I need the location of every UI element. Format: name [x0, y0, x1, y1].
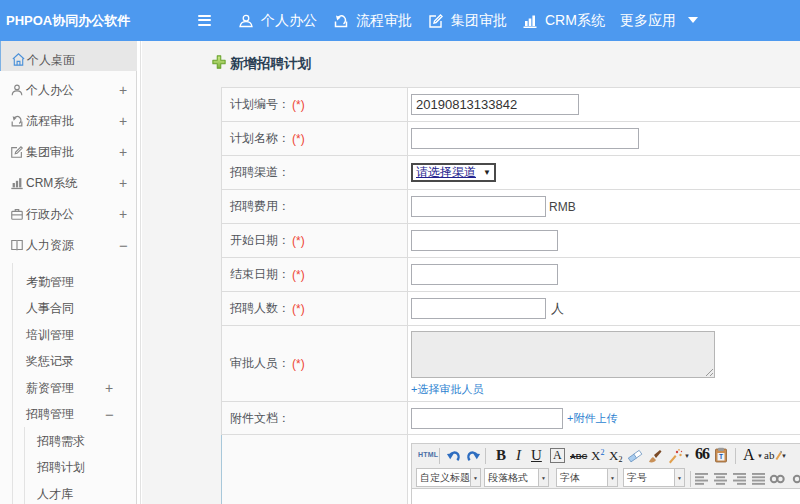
svg-text:ab: ab — [764, 449, 775, 461]
svg-text:T: T — [719, 453, 723, 460]
